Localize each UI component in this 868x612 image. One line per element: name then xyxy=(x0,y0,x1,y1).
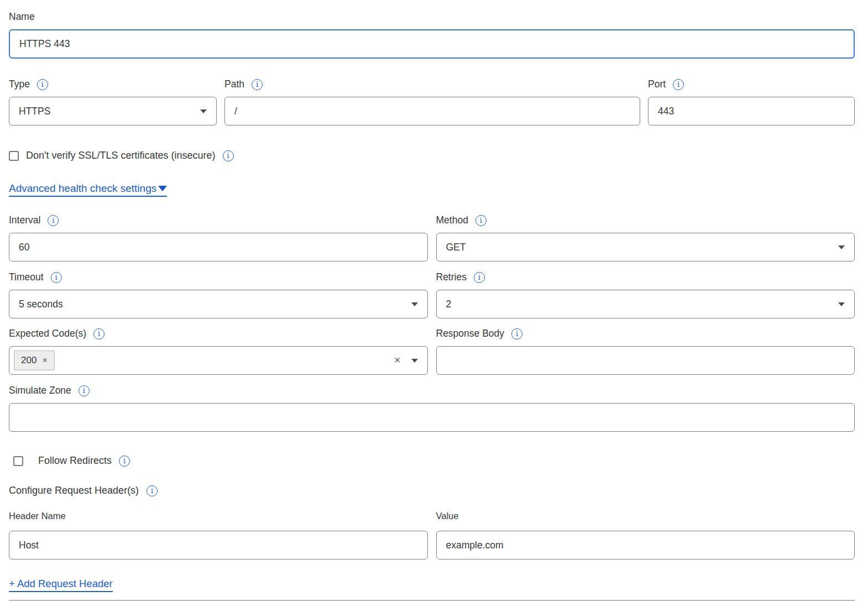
name-label: Name xyxy=(9,11,855,23)
header-name-label: Header Name xyxy=(9,511,428,521)
code-tag: 200 × xyxy=(14,351,55,370)
header-name-input-value: Host xyxy=(19,540,39,551)
expected-codes-label: Expected Code(s) i xyxy=(9,328,428,339)
interval-input[interactable]: 60 xyxy=(9,233,428,261)
path-input[interactable]: / xyxy=(224,97,640,125)
response-body-field: Response Body i xyxy=(436,328,855,375)
ssl-verify-row: Don't verify SSL/TLS certificates (insec… xyxy=(9,150,855,161)
port-label: Port i xyxy=(648,79,855,90)
response-body-label: Response Body i xyxy=(436,328,855,339)
response-body-info-icon[interactable]: i xyxy=(511,328,522,339)
simulate-zone-label-text: Simulate Zone xyxy=(9,385,71,396)
method-label-text: Method xyxy=(436,215,468,226)
name-input-value: HTTPS 443 xyxy=(19,38,70,50)
timeout-info-icon[interactable]: i xyxy=(51,272,62,283)
header-value-input[interactable]: example.com xyxy=(436,531,855,559)
header-value-input-value: example.com xyxy=(446,540,504,551)
advanced-settings-row: Advanced health check settings xyxy=(9,182,855,197)
type-field: Type i HTTPS xyxy=(9,79,217,125)
health-check-form: Name HTTPS 443 Type i HTTPS Path i / xyxy=(0,0,868,612)
header-value-field: Value example.com xyxy=(436,511,855,559)
interval-label-text: Interval xyxy=(9,215,40,226)
response-body-input[interactable] xyxy=(436,346,855,375)
chevron-down-icon xyxy=(838,302,845,306)
request-header-row: Header Name Host Value example.com xyxy=(9,511,855,559)
interval-info-icon[interactable]: i xyxy=(48,215,59,226)
retries-info-icon[interactable]: i xyxy=(474,272,485,283)
path-label: Path i xyxy=(224,79,640,90)
type-path-port-row: Type i HTTPS Path i / Port i 443 xyxy=(9,79,855,125)
timeout-retries-row: Timeout i 5 seconds Retries i 2 xyxy=(9,271,855,318)
path-info-icon[interactable]: i xyxy=(252,79,263,90)
port-info-icon[interactable]: i xyxy=(673,79,684,90)
advanced-settings-toggle[interactable]: Advanced health check settings xyxy=(9,182,167,197)
response-body-label-text: Response Body xyxy=(436,328,505,339)
code-tag-value: 200 xyxy=(21,355,36,366)
code-tag-remove-icon[interactable]: × xyxy=(42,355,47,365)
path-input-value: / xyxy=(234,106,237,117)
follow-redirects-checkbox[interactable] xyxy=(13,456,23,466)
simulate-zone-input[interactable] xyxy=(9,403,855,432)
expected-codes-field: Expected Code(s) i 200 × × xyxy=(9,328,428,375)
retries-field: Retries i 2 xyxy=(436,271,855,318)
simulate-zone-field: Simulate Zone i xyxy=(9,385,855,432)
expected-codes-multiselect[interactable]: 200 × × xyxy=(9,346,428,375)
timeout-select[interactable]: 5 seconds xyxy=(9,290,428,318)
type-select-value: HTTPS xyxy=(19,106,50,117)
request-headers-title-row: Configure Request Header(s) i xyxy=(9,485,855,496)
ssl-verify-checkbox[interactable] xyxy=(9,151,19,161)
timeout-select-value: 5 seconds xyxy=(19,299,63,310)
name-label-text: Name xyxy=(9,11,35,23)
method-info-icon[interactable]: i xyxy=(475,215,487,226)
path-label-text: Path xyxy=(224,79,244,90)
chevron-down-icon[interactable] xyxy=(411,359,418,363)
method-select-value: GET xyxy=(446,242,466,253)
port-label-text: Port xyxy=(648,79,666,90)
add-request-header-link[interactable]: + Add Request Header xyxy=(9,578,113,592)
method-select[interactable]: GET xyxy=(436,233,855,261)
ssl-verify-label: Don't verify SSL/TLS certificates (insec… xyxy=(26,150,216,161)
interval-method-row: Interval i 60 Method i GET xyxy=(9,215,855,261)
add-request-header-label: + Add Request Header xyxy=(9,578,113,590)
name-input[interactable]: HTTPS 443 xyxy=(9,29,855,59)
request-headers-title: Configure Request Header(s) xyxy=(9,485,139,496)
method-field: Method i GET xyxy=(436,215,855,261)
codes-body-row: Expected Code(s) i 200 × × Response Body… xyxy=(9,328,855,375)
expected-codes-label-text: Expected Code(s) xyxy=(9,328,86,339)
interval-input-value: 60 xyxy=(19,242,29,253)
interval-label: Interval i xyxy=(9,215,428,226)
section-divider xyxy=(9,600,855,601)
chevron-down-icon xyxy=(838,245,845,249)
type-info-icon[interactable]: i xyxy=(37,79,48,90)
retries-select-value: 2 xyxy=(446,299,452,310)
port-input-value: 443 xyxy=(658,106,674,117)
port-input[interactable]: 443 xyxy=(648,97,855,125)
timeout-label: Timeout i xyxy=(9,271,428,283)
header-value-label: Value xyxy=(436,511,855,521)
type-select[interactable]: HTTPS xyxy=(9,97,217,125)
chevron-down-icon xyxy=(200,109,207,113)
simulate-zone-info-icon[interactable]: i xyxy=(79,385,90,396)
timeout-label-text: Timeout xyxy=(9,271,44,283)
retries-label-text: Retries xyxy=(436,271,467,283)
advanced-settings-label: Advanced health check settings xyxy=(9,182,156,195)
clear-all-icon[interactable]: × xyxy=(394,354,401,367)
add-header-row: + Add Request Header xyxy=(9,578,855,592)
header-name-input[interactable]: Host xyxy=(9,531,428,559)
triangle-down-icon xyxy=(158,186,167,191)
header-name-field: Header Name Host xyxy=(9,511,428,559)
follow-redirects-label: Follow Redirects xyxy=(38,455,112,467)
request-headers-info-icon[interactable]: i xyxy=(147,485,158,496)
type-label: Type i xyxy=(9,79,217,90)
type-label-text: Type xyxy=(9,79,30,90)
port-field: Port i 443 xyxy=(648,79,855,125)
follow-redirects-row: Follow Redirects i xyxy=(9,455,855,467)
interval-field: Interval i 60 xyxy=(9,215,428,261)
chevron-down-icon xyxy=(411,302,418,306)
ssl-verify-info-icon[interactable]: i xyxy=(223,150,234,161)
simulate-zone-label: Simulate Zone i xyxy=(9,385,855,396)
follow-redirects-info-icon[interactable]: i xyxy=(119,456,130,467)
retries-select[interactable]: 2 xyxy=(436,290,855,318)
expected-codes-info-icon[interactable]: i xyxy=(93,328,104,339)
method-label: Method i xyxy=(436,215,855,226)
